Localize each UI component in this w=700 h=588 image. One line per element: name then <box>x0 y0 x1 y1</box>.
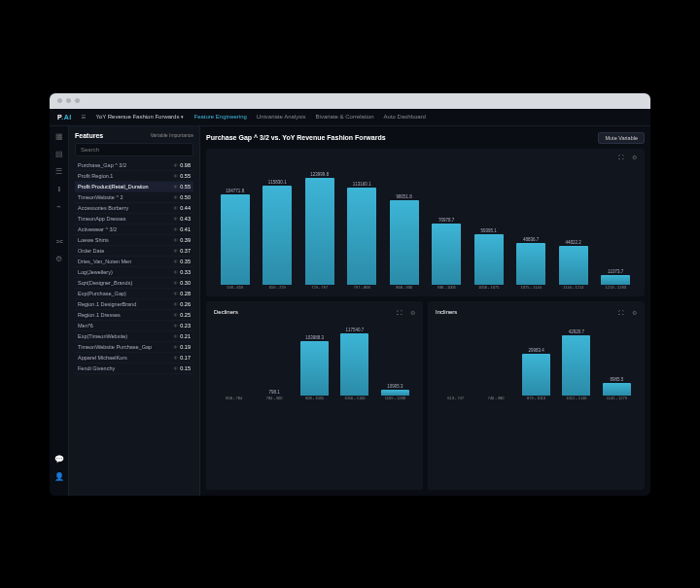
eye-icon[interactable]: 👁 <box>173 365 178 371</box>
eye-icon[interactable]: 👁 <box>173 184 178 190</box>
nav-feature-engineering[interactable]: Feature Engineering <box>193 114 246 120</box>
gear-icon[interactable]: ⚙ <box>407 308 417 318</box>
feature-row[interactable]: Profit Product|Retail_Duration👁0.55 <box>75 182 193 192</box>
traffic-light-min[interactable] <box>66 98 71 103</box>
feature-row[interactable]: Sqrt(Designer_Brands)👁0.30 <box>75 278 193 289</box>
eye-icon[interactable]: 👁 <box>173 259 178 264</box>
bar <box>522 354 550 396</box>
nav-auto-dashboard[interactable]: Auto Dashboard <box>384 114 426 120</box>
bar <box>562 335 590 396</box>
feature-row[interactable]: Log(Jewellery)👁0.33 <box>75 267 193 278</box>
incliners-bar-chart: 613 - 747 746 - 98029983.4879 - 10134292… <box>434 319 639 401</box>
eye-icon[interactable]: 👁 <box>173 344 178 350</box>
features-sidebar: Features Variable Importance Purchase_Ga… <box>69 126 200 496</box>
app-logo: P.AI <box>57 114 72 121</box>
link-icon[interactable]: ⫘ <box>54 237 64 247</box>
eye-icon[interactable]: 👁 <box>173 237 178 243</box>
nav-bivariate[interactable]: Bivariate & Correlation <box>316 114 374 120</box>
eye-icon[interactable]: 👁 <box>173 280 178 286</box>
bar-column: 858 - 784 <box>214 390 254 400</box>
feature-row[interactable]: Region.1 DesignerBrand👁0.26 <box>75 299 193 310</box>
feature-row[interactable]: TimeonWebsite ^ 2👁0.50 <box>75 192 193 203</box>
feature-row[interactable]: Accessories Burberry👁0.44 <box>75 203 193 214</box>
feature-row[interactable]: Dries_Van_Noten Men👁0.35 <box>75 257 193 267</box>
expand-icon[interactable]: ⛶ <box>616 308 626 318</box>
user-icon[interactable]: 👤 <box>54 472 64 482</box>
nav-univariate[interactable]: Univariate Analysis <box>257 114 306 120</box>
feature-row[interactable]: Profit Region.1👁0.55 <box>75 171 193 182</box>
eye-icon[interactable]: 👁 <box>173 301 178 307</box>
eye-icon[interactable]: 👁 <box>173 173 178 179</box>
bar <box>603 383 631 396</box>
gear-icon[interactable]: ⚙ <box>629 308 639 318</box>
bar-value: 123999.8 <box>310 172 329 177</box>
incliners-title: Incliners <box>434 307 457 319</box>
feature-value: 👁0.23 <box>173 323 191 329</box>
bar-column: 8985.51145 - 1279 <box>597 377 637 400</box>
feature-row[interactable]: Activewear ^ 3/2👁0.41 <box>75 225 193 235</box>
feature-row[interactable]: Loewe Shirts👁0.39 <box>75 235 193 246</box>
bar-value: 29983.4 <box>528 348 543 353</box>
eye-icon[interactable]: 👁 <box>173 194 178 200</box>
bar-column: 115830.1659 - 729 <box>257 180 299 291</box>
feature-name: Exp(Purchase_Gap) <box>78 291 173 296</box>
eye-icon[interactable]: 👁 <box>173 312 178 318</box>
expand-icon[interactable]: ⛶ <box>616 153 626 162</box>
layers-icon[interactable]: ☰ <box>54 167 64 177</box>
eye-icon[interactable]: 👁 <box>173 269 178 275</box>
grid-icon[interactable]: ▦ <box>54 132 64 142</box>
bar-column: 746 - 980 <box>475 390 515 400</box>
feature-row[interactable]: Region.1 Dresses👁0.25 <box>75 310 193 321</box>
eye-icon[interactable]: 👁 <box>173 226 178 232</box>
tag-icon[interactable]: ⌁ <box>54 202 64 212</box>
eye-icon[interactable]: 👁 <box>173 162 178 168</box>
bar-category: 868 - 936 <box>396 286 412 290</box>
bar <box>601 275 630 285</box>
content-area: ▦ ▤ ☰ ⫾ ⌁ ⫘ ⚙ 💬 👤 Features Variable Impo… <box>50 126 650 496</box>
bar-category: 746 - 980 <box>488 397 505 400</box>
main-panel: Purchase Gap ^ 3/2 vs. YoY Revenue Fashi… <box>200 126 650 496</box>
feature-row[interactable]: TimeonWebsite Purchase_Gap👁0.19 <box>75 342 193 353</box>
bar-column: 44822.21144 - 1214 <box>552 240 595 290</box>
feature-value: 👁0.37 <box>173 248 191 254</box>
feature-row[interactable]: Exp(TimeonWebsite)👁0.21 <box>75 331 193 342</box>
feature-name: Order Date <box>78 248 173 254</box>
feature-row[interactable]: TimeonApp Dresses👁0.43 <box>75 214 193 225</box>
chart-icon[interactable]: ⫾ <box>54 185 64 194</box>
feature-row[interactable]: Order Date👁0.37 <box>75 246 193 257</box>
workspace-selector[interactable]: YoY Revenue Fashion Forwards▾ <box>95 114 184 120</box>
feature-name: TimeonWebsite Purchase_Gap <box>78 344 173 350</box>
mute-variable-button[interactable]: Mute Variable <box>598 132 645 144</box>
feature-row[interactable]: Fendi Givenchy👁0.15 <box>75 363 193 374</box>
bar-category: 1075 - 1144 <box>521 286 542 290</box>
feature-name: Exp(TimeonWebsite) <box>78 333 173 339</box>
menu-icon[interactable]: ≡ <box>82 113 87 121</box>
feature-row[interactable]: Purchase_Gap ^ 3/2👁0.98 <box>75 160 193 171</box>
feature-value: 👁0.15 <box>173 365 191 371</box>
eye-icon[interactable]: 👁 <box>173 323 178 329</box>
expand-icon[interactable]: ⛶ <box>395 308 404 318</box>
main-bar-chart: 104771.8590 - 659115830.1659 - 729123999… <box>212 155 639 291</box>
eye-icon[interactable]: 👁 <box>173 248 178 254</box>
eye-icon[interactable]: 👁 <box>173 291 178 296</box>
bar-category: 590 - 659 <box>227 286 243 290</box>
feature-value: 👁0.28 <box>173 291 191 296</box>
bar-column: 59395.11006 - 1075 <box>468 228 510 291</box>
eye-icon[interactable]: 👁 <box>173 333 178 339</box>
traffic-light-close[interactable] <box>57 98 62 103</box>
bar-value: 8985.5 <box>610 377 623 382</box>
bar-column: 613 - 747 <box>436 390 475 400</box>
settings-icon[interactable]: ⚙ <box>54 255 64 264</box>
traffic-light-max[interactable] <box>75 98 80 103</box>
feature-row[interactable]: Men*6👁0.23 <box>75 321 193 331</box>
eye-icon[interactable]: 👁 <box>173 216 178 222</box>
feature-row[interactable]: Exp(Purchase_Gap)👁0.28 <box>75 289 193 299</box>
clipboard-icon[interactable]: ▤ <box>54 150 64 159</box>
sidebar-label: Variable Importance <box>151 132 193 138</box>
eye-icon[interactable]: 👁 <box>173 355 178 361</box>
eye-icon[interactable]: 👁 <box>173 205 178 211</box>
gear-icon[interactable]: ⚙ <box>629 153 639 162</box>
search-input[interactable] <box>75 143 193 156</box>
feature-row[interactable]: Apparel MichaelKors👁0.17 <box>75 353 193 363</box>
chat-icon[interactable]: 💬 <box>54 455 64 465</box>
